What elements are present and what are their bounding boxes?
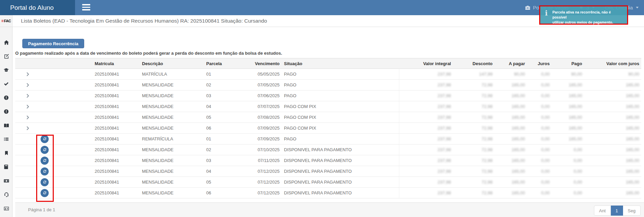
sidebar-item-alerts-2[interactable]	[0, 105, 13, 118]
cell-descricao: MENSALIDADE	[139, 80, 203, 90]
cell-juros: 0,00	[528, 166, 552, 177]
cell-desconto: 72,98	[454, 123, 495, 133]
sidebar-item-courses[interactable]	[0, 63, 13, 77]
cell-a-pagar: 165,00	[495, 112, 528, 123]
page-1-button[interactable]: 1	[611, 206, 623, 216]
book-open-icon	[4, 123, 9, 128]
table-row: 2025100841MENSALIDADE0207/05/2025PAGO237…	[15, 80, 641, 90]
table-row: 2025100841MENSALIDADE0507/08/2025PAGO CO…	[15, 112, 641, 123]
header-a-pagar: A pagar	[495, 58, 528, 69]
cell-valor-integral: 237,98	[399, 101, 454, 112]
cell-descricao: MENSALIDADE	[139, 188, 203, 198]
cell-a-pagar: 165,00	[495, 166, 528, 177]
app-brand[interactable]: Portal do Aluno	[0, 0, 75, 15]
cell-matricula: 2025100841	[91, 188, 139, 198]
cell-vencimento: 05/05/2025	[237, 69, 282, 79]
cell-juros: 0,00	[528, 177, 552, 187]
expand-chevron-icon[interactable]	[26, 115, 29, 119]
cell-vencimento: 07/10/2025	[237, 144, 282, 155]
cell-matricula: 2025100841	[91, 166, 139, 177]
cell-matricula: 2025100841	[91, 134, 139, 144]
sidebar-item-bookmark[interactable]	[0, 146, 13, 160]
cell-situacao: DISPONIVEL PARA PAGAMENTO	[282, 166, 399, 177]
fac-logo[interactable]: ≡ FAC	[0, 15, 13, 27]
portal-do-aluno-screen: Portal do Aluno Portal de Vagas 3 Olá, C…	[0, 0, 644, 217]
cell-a-pagar: 165,00	[495, 134, 528, 144]
cell-descricao: MENSALIDADE	[139, 144, 203, 155]
cell-valor-com-juros: 90,00	[585, 69, 641, 79]
cell-valor-com-juros: 165,00	[585, 155, 641, 166]
pagamento-recorrencia-button[interactable]: Pagamento Recorrência	[22, 39, 84, 48]
cell-valor-integral: 237,98	[399, 112, 454, 123]
cell-desconto: 72,98	[454, 144, 495, 155]
home-icon	[4, 40, 9, 45]
cell-a-pagar: 165,00	[495, 101, 528, 112]
exclamation-circle-icon	[4, 95, 9, 100]
next-page-button[interactable]: Seg	[623, 206, 641, 216]
expand-chevron-icon[interactable]	[26, 83, 29, 87]
cell-desconto: 72,98	[454, 90, 495, 101]
cell-valor-integral: 237,98	[399, 177, 454, 187]
cell-situacao: PAGO	[282, 80, 399, 90]
sidebar-item-library[interactable]	[0, 118, 13, 132]
cell-valor-integral: 237,98	[399, 144, 454, 155]
page-info: Página 1 de 1	[28, 203, 55, 217]
prev-page-button[interactable]: Ant	[594, 206, 611, 216]
app-brand-label: Portal do Aluno	[10, 4, 54, 11]
sidebar-item-home[interactable]	[0, 35, 13, 49]
cell-a-pagar: 165,00	[495, 80, 528, 90]
cell-valor-integral: 237,98	[399, 166, 454, 177]
sidebar-item-profile[interactable]	[0, 201, 13, 215]
cell-pago: 0,00	[552, 144, 585, 155]
table-row: 2025100841MATRÍCULA0105/05/2025PAGO237,9…	[15, 69, 641, 80]
table-header-row: Matrícula Descrição Parcela Vencimento S…	[15, 58, 641, 69]
cell-valor-com-juros: 165,00	[585, 144, 641, 155]
sidebar-toggle-button[interactable]	[82, 4, 91, 11]
recurrence-refresh-button[interactable]	[41, 189, 49, 197]
sidebar-item-list[interactable]	[0, 132, 13, 146]
expand-chevron-icon[interactable]	[26, 94, 29, 98]
cell-desconto: 147,99	[454, 69, 495, 79]
header-valor-integral: Valor integral	[399, 58, 454, 69]
cell-situacao: DISPONIVEL PARA PAGAMENTO	[282, 144, 399, 155]
cell-parcela: 02	[203, 144, 237, 155]
cell-parcela: 02	[203, 80, 237, 90]
cell-parcela: 03	[203, 90, 237, 101]
cell-a-pagar: 165,00	[495, 90, 528, 101]
sidebar-item-attendance[interactable]	[0, 77, 13, 91]
cell-a-pagar: 165,00	[495, 123, 528, 133]
cell-parcela: 04	[203, 101, 237, 112]
cell-vencimento: 07/12/2025	[237, 166, 282, 177]
exclamation-circle-icon	[4, 109, 9, 114]
sidebar-item-journal[interactable]	[0, 160, 13, 174]
cell-pago: 0,00	[552, 155, 585, 166]
cell-desconto: 72,98	[454, 155, 495, 166]
cell-situacao: PAGO COM PIX	[282, 101, 399, 112]
table-row: 2025100841REMATRÍCULA0107/09/2025PAGO237…	[15, 134, 641, 144]
cell-juros: 0,00	[528, 155, 552, 166]
cell-parcela: 06	[203, 188, 237, 198]
cell-matricula: 2025100841	[91, 80, 139, 90]
recurrence-refresh-button[interactable]	[41, 146, 49, 154]
cell-pago: 90,00	[552, 69, 585, 79]
recurrence-refresh-button[interactable]	[41, 178, 49, 186]
expand-chevron-icon[interactable]	[26, 105, 29, 109]
sidebar-item-alerts-1[interactable]	[0, 91, 13, 105]
cell-parcela: 06	[203, 123, 237, 133]
recurrence-refresh-button[interactable]	[41, 157, 49, 165]
sidebar-item-support[interactable]	[0, 188, 13, 201]
table-body: 2025100841MATRÍCULA0105/05/2025PAGO237,9…	[15, 69, 641, 198]
sidebar-item-financial[interactable]	[0, 174, 13, 188]
book-icon	[4, 164, 9, 169]
expand-chevron-icon[interactable]	[26, 126, 29, 130]
recurrence-refresh-button[interactable]	[41, 135, 49, 143]
table-row: 2025100841MENSALIDADE0607/12/2025DISPONI…	[15, 188, 641, 198]
recurrence-refresh-button[interactable]	[41, 167, 49, 175]
expand-chevron-icon[interactable]	[26, 72, 29, 76]
check-icon	[4, 81, 9, 86]
header-pago: Pago	[552, 58, 585, 69]
cell-situacao: DISPONIVEL PARA PAGAMENTO	[282, 177, 399, 187]
sidebar-item-edit[interactable]	[0, 49, 13, 63]
cell-matricula: 2025100841	[91, 123, 139, 133]
cell-valor-com-juros: 165,00	[585, 112, 641, 123]
